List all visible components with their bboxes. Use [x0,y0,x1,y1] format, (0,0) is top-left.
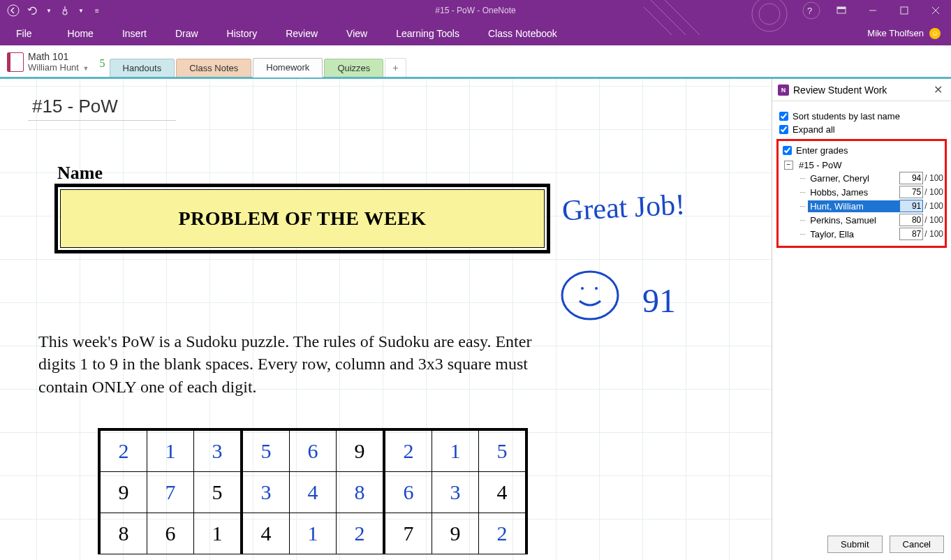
window-title: #15 - PoW - OneNote [435,6,515,15]
notebook-icon [7,52,24,72]
ribbon-tab-draw[interactable]: Draw [170,22,204,45]
quick-access-toolbar: ▼ ▼ ≡ [0,4,103,17]
svg-point-0 [8,5,19,16]
svg-rect-7 [901,7,908,14]
qat-customize-button[interactable]: ≡ [91,4,103,17]
feedback-smiley-icon[interactable]: ☺ [929,28,941,39]
add-section-button[interactable]: + [385,58,406,77]
section-tab-handouts[interactable]: Handouts [110,59,175,77]
ribbon: File HomeInsertDrawHistoryReviewViewLear… [0,21,951,45]
section-tab-classnotes[interactable]: Class Notes [176,59,251,77]
minimize-button[interactable] [857,0,888,21]
back-button[interactable] [7,4,20,17]
pending-page-count: 5 [100,57,105,70]
notebook-title: Math 101 [28,52,89,62]
section-tab-homework[interactable]: Homework [253,58,323,78]
ribbon-tab-history[interactable]: History [221,22,263,45]
section-nav: Math 101 William Hunt ▼ 5 HandoutsClass … [0,45,951,79]
maximize-button[interactable] [888,0,920,21]
ribbon-display-button[interactable] [825,0,857,21]
section-tab-quizzes[interactable]: Quizzes [324,59,383,77]
close-button[interactable] [920,0,951,21]
chevron-down-icon: ▼ [83,65,89,72]
ribbon-tab-home[interactable]: Home [62,22,99,45]
undo-button[interactable] [27,4,39,17]
notebook-student: William Hunt [28,62,79,73]
window-controls: ? [794,0,951,21]
ribbon-tab-insert[interactable]: Insert [117,22,152,45]
ribbon-tab-review[interactable]: Review [280,22,323,45]
user-name[interactable]: Mike Tholfsen [867,28,924,38]
ribbon-tab-view[interactable]: View [341,22,373,45]
notebook-picker[interactable]: Math 101 William Hunt ▼ [7,52,89,73]
touch-mode-button[interactable] [59,4,71,17]
file-tab[interactable]: File [10,22,38,45]
svg-rect-5 [837,7,846,9]
help-icon[interactable]: ? [794,0,825,21]
ribbon-tab-class-notebook[interactable]: Class Notebook [482,22,563,45]
ribbon-tab-learning-tools[interactable]: Learning Tools [390,22,465,45]
title-bar: ▼ ▼ ≡ #15 - PoW - OneNote ? [0,0,951,21]
